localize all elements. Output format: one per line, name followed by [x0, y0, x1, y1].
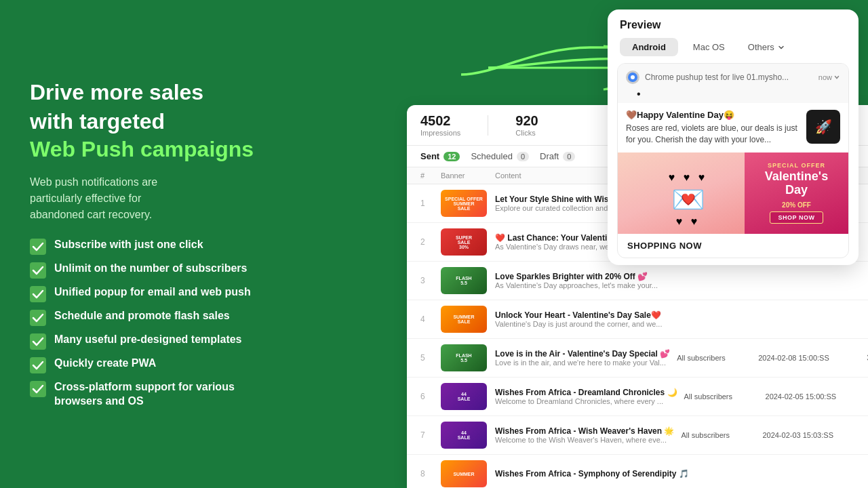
table-row: 3 FLASH5.5 Love Sparkles Brighter with 2…: [407, 262, 868, 300]
draft-badge: 0: [563, 152, 575, 161]
table-row: 8 SUMMER Wishes From Africa - Symphony o…: [407, 455, 868, 488]
banner-image: SPECIAL OFFERSUMMERSALE: [441, 190, 487, 217]
right-panel: 4502 Impressions 920 Clicks Sent 12 Sche…: [346, 0, 868, 488]
check-icon: [30, 239, 46, 255]
banner-thumb: FLASH5.5: [441, 344, 487, 371]
preview-tabs: Android Mac OS Others: [620, 38, 846, 56]
row-num: 6: [420, 392, 441, 401]
notification-area: Chrome pushup test for live 01.mysho... …: [617, 63, 849, 258]
svg-rect-5: [30, 357, 46, 373]
preview-card: Preview Android Mac OS Others: [608, 9, 859, 265]
notif-image: ♥ ♥ ♥ 💌 ♥ ♥ SPECIAL OFFER Valentine'sDay…: [618, 152, 848, 234]
check-icon: [30, 262, 46, 279]
preview-title: Preview: [620, 19, 846, 31]
banner-image: SUMMER: [441, 460, 487, 487]
banner-thumb: 44SALE: [441, 422, 487, 449]
shop-now-button: SHOP NOW: [770, 211, 824, 224]
banner-thumb: FLASH5.5: [441, 267, 487, 294]
feature-text: Subscribe with just one click: [54, 238, 203, 252]
feature-text: Cross-platform support for variousbrowse…: [54, 380, 235, 409]
check-icon: [30, 381, 46, 397]
chrome-icon: [626, 70, 639, 84]
headline-line2: with targeted: [30, 108, 316, 134]
stat-divider: [488, 115, 488, 136]
row-num: 1: [420, 199, 441, 208]
headline: Drive more sales with targeted Web Push …: [30, 79, 316, 162]
notif-text-area: 🤎Happy Valentine Day😝 Roses are red, vio…: [626, 110, 800, 146]
row-num: 2: [420, 237, 441, 247]
banner-image: SUPERSALE30%: [441, 228, 487, 256]
valentine-day-text: Valentine'sDay: [765, 170, 828, 197]
content-sub: Welcome to the Wish Weaver's Haven, wher…: [495, 436, 674, 444]
row-num: 3: [420, 276, 441, 285]
clicks-number: 920: [515, 113, 538, 129]
check-icon: [30, 286, 46, 302]
content-sub: Valentine's Day is just around the corne…: [495, 320, 662, 328]
subscribers-cell: All subscribers: [684, 392, 766, 401]
svg-rect-4: [30, 333, 46, 350]
clicks-label: Clicks: [515, 129, 538, 137]
check-icon: [30, 333, 46, 350]
notif-header: Chrome pushup test for live 01.mysho... …: [618, 64, 848, 88]
banner-image: FLASH5.5: [441, 344, 487, 371]
svg-rect-3: [30, 310, 46, 326]
stat-clicks: 920 Clicks: [515, 113, 538, 137]
others-label: Others: [748, 42, 774, 52]
notif-body: 🤎Happy Valentine Day😝 Roses are red, vio…: [618, 103, 848, 152]
tab-scheduled[interactable]: Scheduled 0: [471, 151, 529, 161]
notif-title: 🤎Happy Valentine Day😝: [626, 110, 800, 120]
table-row: 7 44SALE Wishes From Africa - Wish Weave…: [407, 416, 868, 455]
banner-thumb: SUMMER: [441, 460, 487, 487]
preview-header: Preview Android Mac OS Others: [608, 9, 859, 63]
discount-text: 20% OFF: [782, 201, 811, 209]
notif-message: Roses are red, violets are blue, our dea…: [626, 123, 800, 146]
feature-item: Quickly create PWA: [30, 357, 316, 373]
special-offer-text: SPECIAL OFFER: [768, 162, 825, 169]
tab-others[interactable]: Others: [740, 38, 793, 56]
banner-image: FLASH5.5: [441, 267, 487, 294]
check-icon: [30, 310, 46, 326]
content-block: Love is in the Air - Valentine's Day Spe…: [495, 349, 677, 367]
content-title: Love is in the Air - Valentine's Day Spe…: [495, 349, 670, 359]
subscribers-cell: All subscribers: [681, 431, 762, 439]
feature-item: Many useful pre-designed templates: [30, 333, 316, 350]
content-title: Wishes From Africa - Dreamland Chronicle…: [495, 388, 677, 397]
feature-item: Unlimit on the number of subscribers: [30, 262, 316, 279]
valentine-label: SPECIAL OFFER Valentine'sDay 20% OFF SHO…: [745, 152, 848, 234]
banner-thumb: SUPERSALE30%: [441, 228, 487, 256]
content-block: Wishes From Africa - Dreamland Chronicle…: [495, 388, 684, 405]
tab-sent[interactable]: Sent 12: [420, 151, 460, 161]
banner-image: 44SALE: [441, 383, 487, 410]
content-block: Wishes From Africa - Symphony of Serendi…: [495, 469, 696, 479]
subscribers-cell: All subscribers: [677, 354, 758, 362]
chevron-down-icon: [833, 74, 840, 81]
svg-rect-1: [30, 262, 46, 279]
table-row: 5 FLASH5.5 Love is in the Air - Valentin…: [407, 339, 868, 378]
content-title: Love Sparkles Brighter with 20% Off 💕: [495, 272, 658, 281]
left-panel: Drive more sales with targeted Web Push …: [0, 0, 346, 488]
floating-hearts-2: ♥ ♥: [676, 216, 700, 228]
subtext: Web push notifications areparticularly e…: [30, 174, 316, 223]
feature-item: Schedule and promote flash sales: [30, 309, 316, 326]
content-block: Wishes From Africa - Wish Weaver's Haven…: [495, 426, 681, 444]
notif-dot: •: [618, 88, 848, 103]
date-cell: 2024-02-08 15:00:SS: [758, 354, 867, 362]
date-cell: 2024-02-05 15:00:SS: [766, 392, 868, 401]
content-title: Wishes From Africa - Wish Weaver's Haven…: [495, 426, 674, 436]
col-num: #: [420, 171, 441, 180]
svg-point-10: [631, 75, 635, 79]
feature-text: Schedule and promote flash sales: [54, 309, 230, 323]
feature-item: Cross-platform support for variousbrowse…: [30, 380, 316, 409]
impressions-number: 4502: [420, 113, 460, 129]
table-row: 4 SUMMERSALE Unlock Your Heart - Valenti…: [407, 300, 868, 339]
col-banner: Banner: [441, 171, 495, 180]
tab-macos[interactable]: Mac OS: [681, 38, 737, 56]
date-cell: 2024-02-03 15:03:SS: [762, 431, 868, 439]
tab-draft[interactable]: Draft 0: [540, 151, 575, 161]
tab-android[interactable]: Android: [620, 38, 678, 56]
row-num: 5: [420, 353, 441, 363]
banner-thumb: SPECIAL OFFERSUMMERSALE: [441, 190, 487, 217]
feature-text: Unified popup for email and web push: [54, 285, 251, 300]
feature-item: Unified popup for email and web push: [30, 285, 316, 302]
svg-rect-0: [30, 239, 46, 255]
